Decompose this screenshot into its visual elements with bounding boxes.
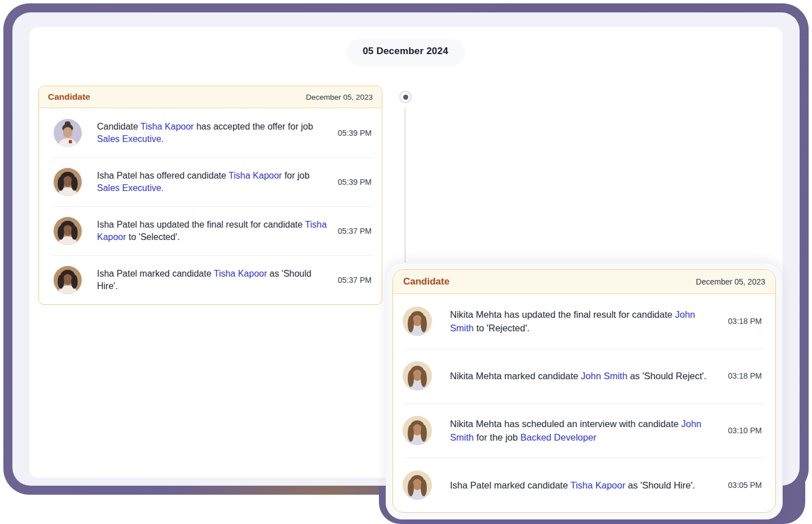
activity-text: Nikita Mehta marked candidate John Smith… (450, 369, 720, 383)
avatar (403, 307, 432, 336)
avatar-image (54, 119, 82, 147)
avatar (54, 168, 82, 196)
card-header: Candidate December 05, 2023 (393, 270, 775, 294)
activity-text: Nikita Mehta has scheduled an interview … (450, 417, 720, 444)
text-segment: Isha Patel marked candidate (450, 480, 570, 490)
text-segment: as 'Should Reject'. (628, 371, 707, 381)
activity-text: Nikita Mehta has updated the final resul… (450, 308, 720, 335)
activity-item: Isha Patel has offered candidate Tisha K… (39, 157, 382, 206)
avatar (403, 470, 432, 500)
candidate-activity-card-2: Candidate December 05, 2023 Nikita Mehta… (392, 269, 776, 513)
entity-link[interactable]: Tisha Kapoor (214, 269, 267, 278)
entity-link[interactable]: Sales Executive. (97, 183, 164, 193)
entity-link[interactable]: Tisha Kapoor (570, 480, 625, 490)
text-segment: to 'Rejected'. (474, 323, 529, 333)
activity-text: Isha Patel has updated the final result … (97, 219, 333, 243)
avatar-image (403, 416, 432, 445)
date-pill: 05 December 2024 (347, 38, 464, 64)
avatar (54, 266, 82, 294)
avatar (54, 119, 82, 147)
text-segment: has accepted the offer for job (194, 122, 313, 131)
activity-time: 03:10 PM (723, 426, 762, 435)
activity-item: Isha Patel marked candidate Tisha Kapoor… (39, 255, 382, 304)
activity-item: Nikita Mehta marked candidate John Smith… (393, 349, 775, 403)
activity-text: Isha Patel has offered candidate Tisha K… (97, 170, 333, 194)
text-segment: to 'Selected'. (126, 232, 180, 242)
entity-link[interactable]: John Smith (581, 371, 628, 381)
candidate-activity-card-1: Candidate December 05, 2023 Candidate Ti… (38, 86, 382, 305)
text-segment: Nikita Mehta has scheduled an interview … (450, 419, 681, 429)
text-segment: for the job (474, 432, 520, 442)
text-segment: Nikita Mehta marked candidate (450, 371, 581, 381)
avatar-image (54, 217, 82, 245)
avatar (403, 416, 432, 445)
activity-text: Isha Patel marked candidate Tisha Kapoor… (97, 268, 333, 292)
avatar-image (54, 266, 82, 294)
activity-time: 03:18 PM (723, 317, 762, 326)
entity-link[interactable]: Sales Executive. (97, 134, 164, 144)
activity-time: 03:05 PM (723, 481, 762, 490)
activity-time: 05:37 PM (333, 276, 372, 285)
avatar-image (403, 307, 432, 336)
text-segment: for job (282, 171, 310, 180)
timeline-marker-dot (399, 91, 412, 103)
activity-item: Isha Patel has updated the final result … (39, 206, 382, 255)
avatar (54, 217, 82, 245)
text-segment: Isha Patel marked candidate (97, 269, 214, 278)
activity-item: Candidate Tisha Kapoor has accepted the … (39, 108, 382, 157)
card-date: December 05, 2023 (306, 93, 373, 101)
text-segment: Nikita Mehta has updated the final resul… (450, 309, 675, 319)
text-segment: Isha Patel has offered candidate (97, 171, 228, 180)
avatar-image (403, 361, 432, 390)
activity-item: Nikita Mehta has updated the final resul… (393, 294, 775, 349)
card-title: Candidate (403, 276, 449, 287)
card-title: Candidate (48, 92, 90, 102)
activity-item: Nikita Mehta has scheduled an interview … (393, 403, 775, 458)
entity-link[interactable]: Tisha Kapoor (228, 171, 282, 180)
text-segment: Isha Patel has updated the final result … (97, 220, 305, 229)
activity-time: 05:39 PM (333, 128, 372, 137)
activity-text: Isha Patel marked candidate Tisha Kapoor… (450, 478, 720, 492)
avatar-image (403, 470, 432, 500)
app-canvas: 05 December 2024 Candidate December 05, … (0, 0, 812, 524)
activity-text: Candidate Tisha Kapoor has accepted the … (97, 121, 333, 145)
activity-list: Nikita Mehta has updated the final resul… (393, 294, 775, 512)
activity-list: Candidate Tisha Kapoor has accepted the … (39, 108, 382, 304)
entity-link[interactable]: Backed Developer (520, 432, 597, 442)
popup-card-ring: Candidate December 05, 2023 Nikita Mehta… (386, 263, 783, 519)
entity-link[interactable]: Tisha Kapoor (140, 122, 194, 131)
activity-time: 05:37 PM (333, 227, 372, 236)
text-segment: Candidate (97, 122, 140, 131)
activity-item: Isha Patel marked candidate Tisha Kapoor… (393, 458, 775, 512)
text-segment: as 'Should Hire'. (625, 480, 695, 490)
activity-time: 05:39 PM (333, 177, 372, 186)
timeline-line (404, 108, 406, 269)
avatar-image (54, 168, 82, 196)
card-header: Candidate December 05, 2023 (39, 86, 382, 108)
avatar (403, 361, 432, 390)
activity-time: 03:18 PM (723, 371, 762, 380)
card-date: December 05, 2023 (696, 277, 765, 286)
